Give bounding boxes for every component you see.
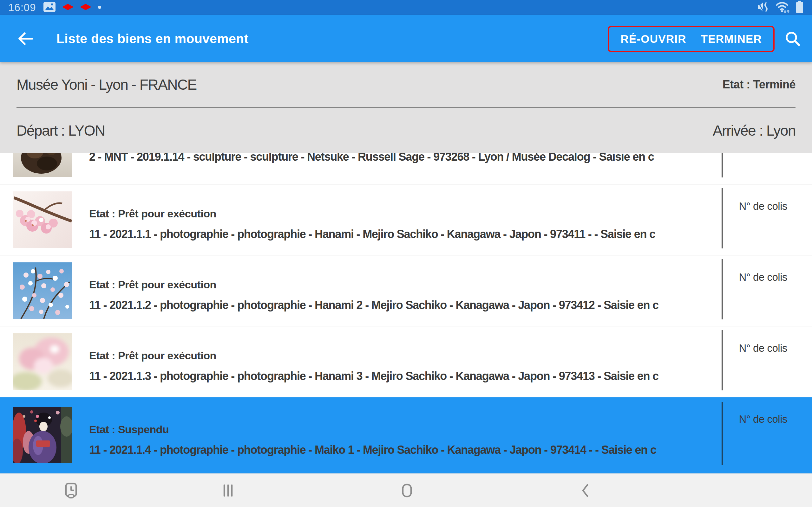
- item-description: 11 - 2021.1.2 - photographie - photograp…: [89, 298, 658, 312]
- list-item[interactable]: Etat : Prêt pour exécution 11 - 2021.1.3…: [0, 326, 812, 397]
- battery-icon: [796, 0, 804, 15]
- movement-header: Musée Yoni - Lyon - FRANCE Etat : Termin…: [0, 62, 812, 153]
- row-divider: [722, 259, 722, 320]
- wifi-icon: [775, 0, 791, 15]
- colis-label: N° de colis: [739, 342, 787, 354]
- toolbar-actions: RÉ-OUVRIR TERMINER: [609, 27, 773, 51]
- screen: 16:09: [0, 0, 812, 507]
- row-divider: [722, 330, 722, 390]
- red-diamond-icon: [62, 4, 73, 11]
- row-divider: [722, 402, 722, 465]
- item-description: 11 - 2021.1.3 - photographie - photograp…: [89, 370, 658, 383]
- item-state: Etat : Prêt pour exécution: [89, 279, 658, 291]
- movement-state: Etat : Terminé: [722, 78, 796, 91]
- item-thumbnail-maiko: [13, 407, 72, 463]
- item-state: Etat : Prêt pour exécution: [89, 349, 658, 362]
- notification-dot: [98, 5, 101, 10]
- recents-icon[interactable]: [221, 483, 235, 498]
- status-bar: 16:09: [0, 0, 812, 15]
- navigation-bar: [0, 473, 812, 507]
- list-item-selected[interactable]: Etat : Suspendu 11 - 2021.1.4 - photogra…: [0, 397, 812, 473]
- item-description: 11 - 2021.1.1 - photographie - photograp…: [89, 228, 655, 241]
- colis-label: N° de colis: [739, 271, 787, 283]
- item-thumbnail-hanami3: [13, 333, 72, 390]
- page-title: Liste des biens en mouvement: [56, 32, 248, 46]
- back-arrow-icon[interactable]: [16, 29, 36, 49]
- item-description: 11 - 2021.1.4 - photographie - photograp…: [89, 443, 656, 457]
- home-icon[interactable]: [400, 482, 414, 499]
- item-description: 2 - MNT - 2019.1.14 - sculpture - sculpt…: [89, 153, 654, 164]
- row-divider: [722, 153, 722, 177]
- museum-location: Musée Yoni - Lyon - FRANCE: [16, 76, 197, 93]
- colis-label: N° de colis: [739, 200, 787, 212]
- item-thumbnail-hanami: [13, 191, 72, 248]
- finish-button[interactable]: TERMINER: [701, 33, 762, 45]
- clock: 16:09: [8, 2, 36, 14]
- row-divider: [722, 188, 722, 248]
- app-bar: Liste des biens en mouvement RÉ-OUVRIR T…: [0, 15, 812, 62]
- items-list: 2 - MNT - 2019.1.14 - sculpture - sculpt…: [0, 153, 812, 473]
- red-diamond-icon: [80, 4, 91, 11]
- image-icon: [43, 2, 56, 14]
- reopen-button[interactable]: RÉ-OUVRIR: [620, 33, 686, 45]
- search-icon[interactable]: [783, 30, 802, 48]
- screen-capture-icon[interactable]: [63, 482, 79, 499]
- list-item[interactable]: Etat : Prêt pour exécution 11 - 2021.1.1…: [0, 184, 812, 256]
- item-state: Etat : Prêt pour exécution: [89, 208, 655, 220]
- mute-vibrate-icon: [757, 1, 770, 14]
- item-thumbnail-netsuke: [13, 153, 72, 177]
- colis-label: N° de colis: [739, 413, 787, 425]
- back-icon[interactable]: [578, 482, 592, 499]
- item-state: Etat : Suspendu: [89, 424, 656, 436]
- list-item[interactable]: 2 - MNT - 2019.1.14 - sculpture - sculpt…: [0, 153, 812, 184]
- item-thumbnail-hanami2: [13, 262, 72, 319]
- list-item[interactable]: Etat : Prêt pour exécution 11 - 2021.1.2…: [0, 256, 812, 326]
- departure-label: Départ : LYON: [16, 122, 105, 139]
- arrival-label: Arrivée : Lyon: [713, 122, 796, 139]
